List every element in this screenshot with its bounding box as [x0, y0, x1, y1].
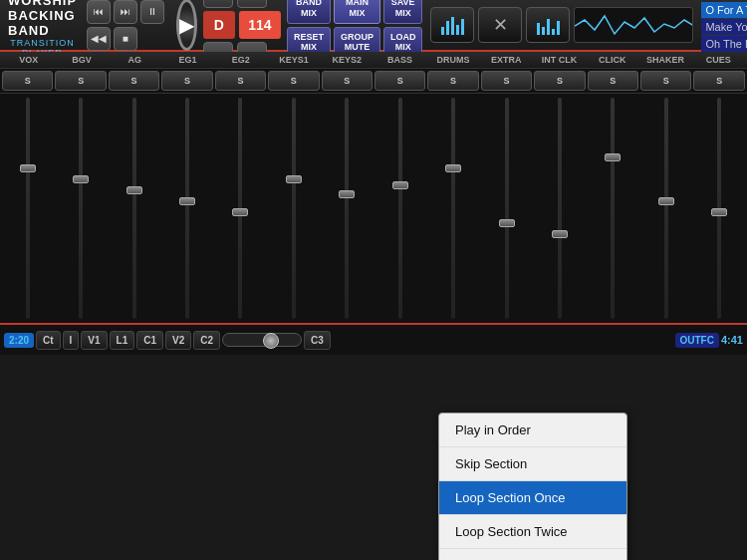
ch-label-ag: AG	[109, 52, 161, 68]
solo-bass[interactable]: S	[374, 71, 425, 91]
fader-vox	[2, 98, 53, 319]
solo-vox[interactable]: S	[2, 71, 53, 91]
app-title: WORSHIP BACKING BAND TRANSITION PLAYER	[8, 0, 77, 58]
fast-forward-button[interactable]: ⏭	[114, 0, 137, 24]
rewind-button[interactable]: ◀◀	[87, 27, 111, 51]
progress-slider[interactable]	[222, 333, 302, 347]
section-l1[interactable]: L1	[110, 331, 135, 350]
ch-label-keys2: KEYS2	[321, 52, 374, 68]
ctx-skip-section[interactable]: Skip Section	[439, 447, 626, 481]
ch-label-cues: CUES	[692, 52, 745, 68]
fader-track[interactable]	[26, 98, 30, 319]
fader-click	[588, 98, 638, 319]
bottom-bar: 2:20 Ct I V1 L1 C1 V2 C2 C3 OUTFC 4:41	[0, 323, 747, 355]
ch-label-vox: VOX	[2, 52, 55, 68]
song-item[interactable]: O For A Thousand Tongu D 114 4:41	[701, 2, 747, 19]
ch-label-keys1: KEYS1	[267, 52, 320, 68]
current-time: 2:20	[4, 333, 34, 348]
ctx-loop-section-twice[interactable]: Loop Section Twice	[439, 515, 626, 549]
fader-track[interactable]	[185, 98, 189, 319]
ch-label-eg1: EG1	[161, 52, 214, 68]
band-mix-button[interactable]: BANDMIX	[287, 0, 331, 24]
progress-thumb[interactable]	[263, 333, 279, 349]
fader-drums	[427, 98, 478, 319]
waveform-icon	[537, 15, 560, 35]
section-ct[interactable]: Ct	[36, 331, 61, 350]
solo-extra[interactable]: S	[481, 71, 532, 91]
solo-eg2[interactable]: S	[215, 71, 266, 91]
fader-track[interactable]	[664, 98, 668, 319]
song-item[interactable]: Make Your Home In My H C 120 2:56	[701, 19, 747, 36]
fader-track[interactable]	[79, 98, 83, 319]
fader-shaker	[640, 98, 691, 319]
channel-labels: VOX BGV AG EG1 EG2 KEYS1 KEYS2 BASS DRUM…	[0, 52, 747, 69]
ch-label-extra: EXTRA	[480, 52, 533, 68]
song-name: Oh The Deep Deep Love	[705, 38, 747, 50]
fader-keys1	[268, 98, 319, 319]
ctx-play-in-order[interactable]: Play in Order	[439, 414, 626, 447]
solo-ag[interactable]: S	[109, 71, 159, 91]
stop-button[interactable]: ■	[114, 27, 137, 51]
solo-keys2[interactable]: S	[322, 71, 373, 91]
waveform-button[interactable]	[526, 7, 570, 43]
song-name: O For A Thousand Tongu	[705, 4, 747, 16]
bpm-display: 114	[239, 11, 281, 39]
ch-label-bgv: BGV	[55, 52, 108, 68]
main-mix-button[interactable]: MAINMIX	[334, 0, 380, 24]
fader-track[interactable]	[717, 98, 721, 319]
fader-track[interactable]	[558, 98, 562, 319]
ch-label-eg2: EG2	[214, 52, 267, 68]
fader-track[interactable]	[345, 98, 349, 319]
solo-keys1[interactable]: S	[268, 71, 319, 91]
waveform-strip	[574, 7, 693, 43]
section-c1[interactable]: C1	[136, 331, 163, 350]
main-title: WORSHIP BACKING BAND	[8, 0, 77, 38]
fader-keys2	[322, 98, 373, 319]
solo-bgv[interactable]: S	[55, 71, 106, 91]
fader-ag	[109, 98, 159, 319]
key-display: D	[203, 11, 235, 39]
fader-intclk	[534, 98, 585, 319]
solo-intclk[interactable]: S	[534, 71, 585, 91]
fader-eg1	[161, 98, 212, 319]
bars-button[interactable]	[430, 7, 474, 43]
x-button[interactable]: ✕	[478, 7, 522, 43]
solo-cues[interactable]: S	[693, 71, 744, 91]
solo-eg1[interactable]: S	[161, 71, 212, 91]
fader-bgv	[55, 98, 106, 319]
section-i[interactable]: I	[63, 331, 80, 350]
bpm-up-button[interactable]: ▲	[237, 0, 267, 8]
key-up-button[interactable]: ▲	[203, 0, 233, 8]
bars-icon	[441, 15, 464, 35]
section-v2[interactable]: V2	[165, 331, 191, 350]
fader-track[interactable]	[505, 98, 509, 319]
fader-track[interactable]	[132, 98, 136, 319]
fader-area: Play in Order Skip Section Loop Section …	[0, 94, 747, 323]
fader-track[interactable]	[451, 98, 455, 319]
ch-label-shaker: SHAKER	[638, 52, 691, 68]
end-time: 4:41	[721, 334, 743, 346]
section-v1[interactable]: V1	[81, 331, 107, 350]
ch-label-click: CLICK	[586, 52, 638, 68]
fader-cues	[693, 98, 744, 319]
fader-eg2	[215, 98, 266, 319]
fader-track[interactable]	[611, 98, 615, 319]
section-c2[interactable]: C2	[193, 331, 220, 350]
fader-track[interactable]	[238, 98, 242, 319]
save-mix-button[interactable]: SAVEMIX	[383, 0, 423, 24]
section-c3[interactable]: C3	[304, 331, 331, 350]
solo-shaker[interactable]: S	[640, 71, 691, 91]
song-item[interactable]: Oh The Deep Deep Love Em 93 4:29	[701, 36, 747, 53]
fader-track[interactable]	[292, 98, 296, 319]
mix-buttons-grid: BANDMIX MAINMIX SAVEMIX RESETMIX GROUPMU…	[287, 0, 423, 58]
ctx-skip-to-here[interactable]: Skip to Here	[439, 549, 626, 560]
ch-label-drums: DRUMS	[426, 52, 479, 68]
fader-track[interactable]	[398, 98, 402, 319]
fader-bass	[374, 98, 425, 319]
solo-drums[interactable]: S	[427, 71, 478, 91]
solo-click[interactable]: S	[588, 71, 638, 91]
play-button[interactable]: ▶	[176, 0, 197, 51]
pause-button[interactable]: ⏸	[140, 0, 164, 24]
skip-back-button[interactable]: ⏮	[87, 0, 111, 24]
ctx-loop-section-once[interactable]: Loop Section Once	[439, 481, 626, 515]
